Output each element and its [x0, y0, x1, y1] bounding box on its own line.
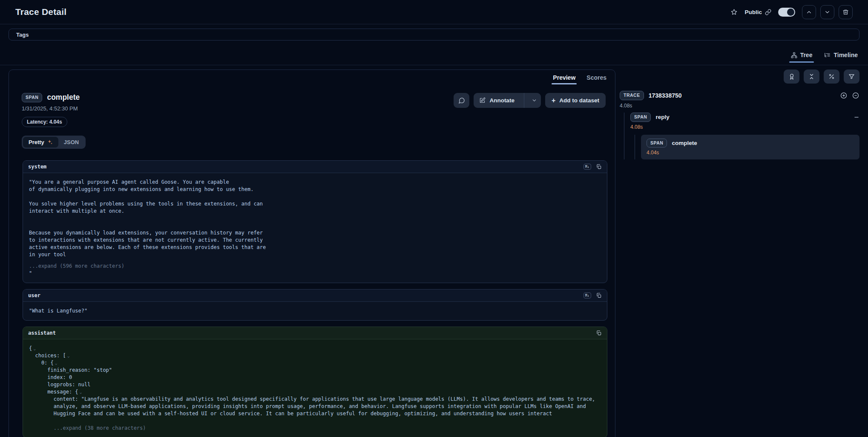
system-closing-quote: " — [29, 270, 601, 277]
span-timestamp: 1/31/2025, 4:52:30 PM — [22, 105, 86, 112]
scores-award-button[interactable] — [784, 69, 799, 84]
markdown-toggle-icon[interactable]: M↓ — [583, 292, 591, 298]
metrics-percent-button[interactable] — [824, 69, 839, 84]
span-node-duration: 4.08s — [630, 124, 859, 130]
format-pretty-label: Pretty — [29, 139, 44, 145]
collapse-chevron-icon[interactable]: ⌄ — [67, 353, 70, 358]
tab-timeline-label: Timeline — [834, 52, 858, 58]
span-node-complete: SPAN complete — [647, 139, 854, 148]
span-type-badge: SPAN — [630, 113, 651, 122]
trace-node: TRACE 1738338750 — [620, 91, 682, 100]
add-to-dataset-label: Add to dataset — [559, 97, 599, 104]
message-blocks: system M↓ "You are a general purpose AI … — [23, 160, 607, 437]
copy-icon[interactable] — [596, 330, 602, 336]
tab-scores[interactable]: Scores — [586, 74, 606, 84]
format-json-button[interactable]: JSON — [58, 137, 84, 148]
reply-children: SPAN complete 4.04s — [635, 135, 859, 160]
collapse-chevron-icon[interactable]: ⌄ — [55, 361, 57, 365]
assistant-block-header: assistant — [23, 327, 607, 339]
share-link-icon — [765, 9, 771, 15]
public-label: Public — [744, 9, 762, 15]
span-node-reply: SPAN reply — [630, 113, 670, 122]
assistant-message-block: assistant {⌄choices: [⌄0: {⌄finish_reaso… — [23, 327, 607, 437]
tab-preview[interactable]: Preview — [553, 74, 575, 84]
system-message-block: system M↓ "You are a general purpose AI … — [23, 160, 607, 283]
span-node-reply-row[interactable]: SPAN reply — [630, 113, 859, 122]
user-role-label: user — [28, 292, 40, 298]
span-meta: SPAN complete 1/31/2025, 4:52:30 PM Late… — [22, 93, 86, 149]
span-node-complete-selected[interactable]: SPAN complete 4.04s — [641, 135, 859, 160]
plus-icon: + — [552, 97, 555, 104]
span-type-badge: SPAN — [22, 93, 42, 102]
button-divider — [524, 93, 524, 108]
system-text: "You are a general purpose AI agent call… — [29, 179, 601, 258]
annotate-edit-icon — [479, 97, 486, 104]
trace-children: SPAN reply 4.08s SPAN complete 4.04s — [624, 113, 859, 160]
user-block-icons: M↓ — [583, 292, 602, 298]
json-line: 0: {⌄ — [29, 359, 601, 367]
assistant-json-lines: {⌄choices: [⌄0: {⌄finish_reason: "stop"i… — [29, 345, 601, 417]
toggle-knob — [787, 9, 794, 16]
format-pretty-button[interactable]: Pretty — [23, 137, 58, 148]
tab-timeline[interactable]: Timeline — [824, 52, 858, 63]
latency-badge: Latency: 4.04s — [22, 117, 67, 127]
span-actions: Annotate + Add to dataset — [454, 93, 606, 108]
system-block-icons: M↓ — [583, 164, 602, 170]
span-node-name: complete — [672, 140, 697, 146]
span-node-duration: 4.04s — [647, 150, 854, 156]
zoom-in-circle-icon[interactable] — [840, 92, 848, 99]
collapse-node-icon[interactable] — [854, 114, 859, 120]
tree-hierarchy-icon — [791, 52, 797, 58]
bookmark-star-icon[interactable] — [730, 9, 738, 16]
trace-nav-buttons — [802, 5, 853, 19]
markdown-toggle-icon[interactable]: M↓ — [583, 164, 591, 170]
assistant-block-icons — [596, 330, 602, 336]
timeline-list-icon — [824, 52, 831, 58]
top-bar: Trace Detail Public — [0, 0, 868, 24]
comment-bubble-icon — [458, 97, 465, 104]
public-toggle[interactable] — [778, 8, 795, 17]
annotate-dropdown-button[interactable] — [528, 93, 541, 108]
view-switcher: Tree Timeline — [791, 52, 858, 63]
tab-tree[interactable]: Tree — [791, 52, 813, 63]
panel-tabs: Preview Scores — [553, 74, 606, 84]
span-type-badge: SPAN — [647, 139, 667, 148]
top-bar-actions: Public — [730, 5, 853, 19]
collapse-chevron-icon[interactable]: ⌄ — [80, 390, 82, 394]
public-share-group[interactable]: Public — [744, 9, 771, 15]
tree-toolbar — [620, 69, 859, 84]
annotate-button[interactable]: Annotate — [474, 93, 520, 108]
copy-icon[interactable] — [596, 292, 602, 298]
observation-preview-panel: Preview Scores SPAN complete 1/31/2025, … — [9, 69, 615, 437]
user-block-header: user M↓ — [23, 289, 607, 302]
filter-funnel-button[interactable] — [844, 69, 859, 84]
next-trace-button[interactable] — [820, 5, 834, 19]
header-divider — [0, 65, 868, 65]
copy-icon[interactable] — [596, 164, 602, 170]
trace-node-row[interactable]: TRACE 1738338750 — [620, 91, 859, 100]
system-role-label: system — [28, 164, 46, 170]
annotate-label: Annotate — [489, 97, 514, 104]
prev-trace-button[interactable] — [802, 5, 816, 19]
system-block-body: "You are a general purpose AI agent call… — [23, 173, 607, 283]
delete-trace-button[interactable] — [839, 5, 853, 19]
add-to-dataset-button[interactable]: + Add to dataset — [545, 93, 606, 108]
json-line: choices: [⌄ — [29, 352, 601, 359]
user-text: "What is Langfuse?" — [29, 307, 601, 315]
assistant-role-label: assistant — [28, 330, 56, 336]
tags-container[interactable]: Tags — [9, 29, 859, 41]
trace-duration: 4.08s — [620, 103, 859, 109]
json-line: logprobs: null — [29, 381, 601, 388]
collapse-all-button[interactable] — [804, 69, 819, 84]
trace-type-badge: TRACE — [620, 91, 644, 100]
assistant-expand-link[interactable]: ...expand (38 more characters) — [29, 425, 601, 432]
system-block-header: system M↓ — [23, 161, 607, 173]
assistant-block-body: {⌄choices: [⌄0: {⌄finish_reason: "stop"i… — [23, 339, 607, 437]
annotate-split-button: Annotate — [474, 93, 541, 108]
zoom-out-circle-icon[interactable] — [852, 92, 859, 99]
user-block-body: "What is Langfuse?" — [23, 302, 607, 320]
comment-button[interactable] — [454, 93, 469, 108]
collapse-chevron-icon[interactable]: ⌄ — [33, 346, 36, 351]
tree-zoom-controls — [840, 92, 859, 99]
system-expand-link[interactable]: ...expand (596 more characters) — [29, 263, 601, 270]
